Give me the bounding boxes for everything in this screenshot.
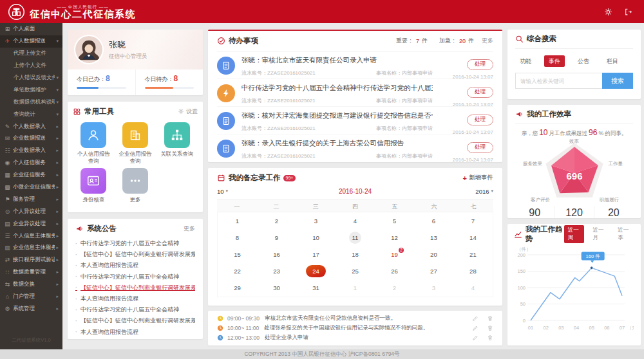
tool-tile[interactable]: 关联关系查询	[156, 122, 198, 165]
calendar-day[interactable]: 7	[453, 212, 493, 229]
calendar-day[interactable]: 18	[336, 246, 375, 262]
calendar-day[interactable]: 16	[257, 246, 296, 262]
sidebar-item[interactable]: ▤ 企业异议处理 ▸	[0, 217, 62, 230]
search-button[interactable]: 搜索	[602, 73, 633, 89]
add-event-button[interactable]: 新增事件	[463, 174, 493, 182]
sidebar-item[interactable]: ⊙ 个人异议处理 ▸	[0, 205, 62, 217]
todo-handle-button[interactable]: 处理	[467, 87, 493, 98]
sidebar-item[interactable]: ⇄ 接口程序测试验证 ▸	[0, 254, 62, 266]
announcement-link[interactable]: 【征信中心】征信中心到商业银行调研发展规划制订	[75, 249, 195, 260]
calendar-day[interactable]: 15	[218, 246, 257, 262]
edit-pencil-icon[interactable]	[472, 315, 478, 322]
calendar-day[interactable]: 20	[414, 246, 453, 262]
search-tab[interactable]: 功能	[515, 55, 536, 67]
todo-handle-button[interactable]: 处理	[467, 59, 493, 70]
announcement-link[interactable]: 【征信中心】征信中心到商业银行调研发展规划制订	[75, 282, 195, 293]
todo-item[interactable]: 张晓：审核北京市蓝天有限责任公司录入申请 流水账号：ZZASE201610250…	[217, 51, 493, 79]
calendar-day[interactable]: 11	[336, 229, 375, 246]
trend-tab[interactable]: 近一周	[564, 225, 585, 243]
trash-icon[interactable]	[487, 315, 493, 322]
announcement-link[interactable]: 本人查询信用报告流程	[75, 260, 195, 271]
sidebar-item[interactable]: 查询统计 ▾	[0, 108, 62, 120]
calendar-day[interactable]: 1	[218, 212, 257, 229]
calendar-day[interactable]: 5	[375, 212, 414, 229]
calendar-day[interactable]: 17	[296, 246, 336, 262]
sidebar-item[interactable]: ⌂ 门户管理 ▸	[0, 291, 62, 303]
search-input[interactable]	[515, 73, 602, 89]
sidebar-item[interactable]: ⇆ 数据交换 ▸	[0, 279, 62, 291]
todo-handle-button[interactable]: 处理	[467, 115, 493, 125]
announcements-more-link[interactable]: 更多	[184, 225, 195, 233]
calendar-day[interactable]: 12	[375, 229, 414, 246]
calendar-day[interactable]: 26	[375, 263, 414, 280]
todo-item[interactable]: 中行传达学习党的十八届五中全会精神中行传达学习党的十八届五中全会精神 流水账号：…	[217, 79, 493, 107]
calendar-day[interactable]: 3	[414, 280, 453, 297]
announcement-link[interactable]: 中行传达学习党的十八届五中全会精神	[75, 304, 195, 315]
sidebar-item[interactable]: ▩ 小微企业征信服务 ▸	[0, 181, 62, 194]
announcement-link[interactable]: 【征信中心】征信中心到商业银行调研发展规划制订	[75, 315, 195, 326]
calendar-day[interactable]: 2	[257, 212, 296, 229]
sidebar-item[interactable]: 单笔数据维护 ▾	[0, 84, 62, 96]
search-tab[interactable]: 公告	[573, 55, 594, 67]
calendar-day[interactable]: 24	[296, 263, 336, 280]
calendar-day[interactable]: 21	[453, 246, 493, 262]
sidebar-item[interactable]: ✎ 个人数据录入 ▸	[0, 120, 62, 133]
calendar-day[interactable]: 30	[257, 280, 296, 297]
tools-settings-link[interactable]: 设置	[178, 107, 198, 116]
search-tab[interactable]: 栏目	[602, 55, 623, 67]
announcement-link[interactable]: 中行传达学习党的十八届五中全会精神	[75, 272, 195, 282]
calendar-day[interactable]: 13	[414, 229, 453, 246]
calendar-day[interactable]: 29	[218, 280, 257, 297]
announcement-link[interactable]: 本人查询信用报告流程	[75, 327, 195, 338]
sidebar-item[interactable]: ⚙ 系统管理 ▸	[0, 302, 62, 315]
calendar-day[interactable]: 28	[453, 263, 493, 280]
tool-tile[interactable]: 企业信用报告查询	[115, 122, 156, 165]
todo-more-link[interactable]: 更多	[482, 37, 493, 45]
sidebar-item[interactable]: ☷ 企业数据录入 ▸	[0, 145, 62, 157]
sidebar-item[interactable]: ▥ 企业信息主体服务 ▸	[0, 242, 62, 254]
calendar-day[interactable]: 25	[336, 263, 375, 280]
tool-tile[interactable]: 更多	[115, 168, 156, 203]
announcement-link[interactable]: 中行传达学习党的十八届五中全会精神	[75, 238, 195, 249]
tool-tile[interactable]: 个人信用报告查询	[73, 122, 115, 165]
trash-icon[interactable]	[487, 325, 493, 331]
sidebar-item[interactable]: 上传个人文件	[0, 60, 62, 72]
logout-icon[interactable]	[624, 8, 632, 16]
calendar-day[interactable]: 2	[375, 280, 414, 297]
sidebar-item[interactable]: ◉ 个人征信服务 ▸	[0, 157, 62, 169]
sidebar-item[interactable]: ☰ 个人信息主体服务 ▸	[0, 230, 62, 242]
calendar-day[interactable]: 192	[375, 246, 414, 262]
edit-pencil-icon[interactable]	[472, 325, 478, 331]
calendar-day[interactable]: 4	[453, 280, 493, 297]
calendar-day[interactable]: 4	[336, 212, 375, 229]
sidebar-item[interactable]: ⚑ 服务管理 ▸	[0, 193, 62, 205]
edit-pencil-icon[interactable]	[472, 335, 478, 341]
tool-tile[interactable]: 身份核查	[73, 168, 115, 203]
sidebar-item[interactable]: 个人错误反馈文件下载 ▾	[0, 72, 62, 84]
sidebar-item[interactable]: 代理上传文件	[0, 48, 62, 60]
sidebar-item[interactable]: 数据提供机构说明管理 ▾	[0, 96, 62, 108]
sidebar-item[interactable]: ✉ 企业数据报送 ▸	[0, 133, 62, 145]
calendar-day[interactable]: 9	[257, 229, 296, 246]
calendar-day[interactable]: 31	[296, 280, 336, 297]
calendar-day[interactable]: 6	[414, 212, 453, 229]
calendar-day[interactable]: 14	[453, 229, 493, 246]
calendar-day[interactable]: 8	[218, 229, 257, 246]
todo-handle-button[interactable]: 处理	[467, 142, 493, 153]
trend-tab[interactable]: 近一季	[614, 225, 634, 243]
todo-item[interactable]: 张晓：录入民生银行提交的关于上海吉荣公司信用报告 流水账号：ZZASE20161…	[217, 134, 493, 162]
sidebar-item[interactable]: ∷ 数据质量管理 ▸	[0, 266, 62, 279]
trash-icon[interactable]	[487, 335, 493, 341]
sidebar-item[interactable]: ⊞ 个人桌面	[0, 23, 62, 35]
calendar-day[interactable]: 3	[296, 212, 336, 229]
calendar-day[interactable]: 1	[336, 280, 375, 297]
settings-gear-icon[interactable]	[604, 8, 612, 16]
calendar-day[interactable]: 10	[296, 229, 336, 246]
calendar-day[interactable]: 22	[218, 263, 257, 280]
sidebar-item[interactable]: ✈ 个人数据报送 ▾	[0, 35, 62, 48]
calendar-day[interactable]: 27	[414, 263, 453, 280]
search-tab[interactable]: 事件	[544, 55, 565, 67]
announcement-link[interactable]: 本人查询信用报告流程	[75, 293, 195, 304]
calendar-day[interactable]: 23	[257, 263, 296, 280]
todo-item[interactable]: 张晓：核对天津宏海集团提交报道与建设银行提交报告信息是否一致 流水账号：ZZAS…	[217, 107, 493, 134]
